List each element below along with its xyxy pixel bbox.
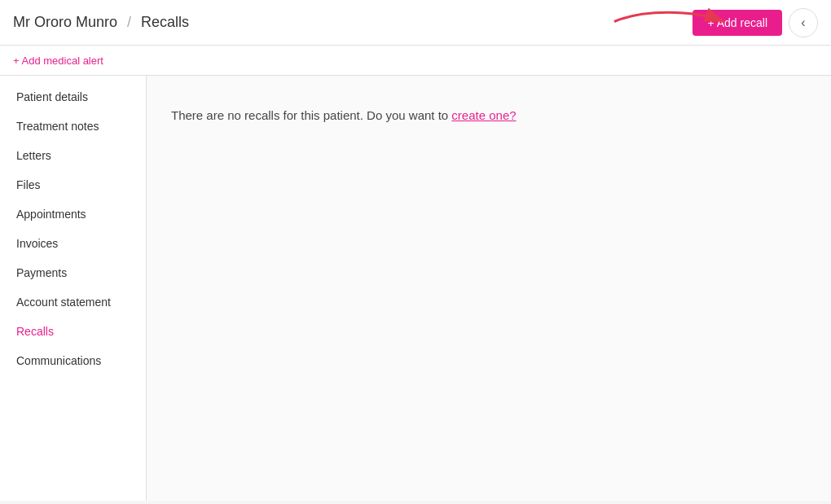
sidebar-item-recalls[interactable]: Recalls bbox=[0, 317, 146, 346]
sidebar-item-payments[interactable]: Payments bbox=[0, 258, 146, 287]
breadcrumb: Mr Ororo Munro / Recalls bbox=[13, 14, 189, 31]
add-recall-button[interactable]: + Add recall bbox=[692, 10, 782, 36]
sidebar-item-files[interactable]: Files bbox=[0, 170, 146, 199]
patient-name: Mr Ororo Munro bbox=[13, 14, 117, 31]
sidebar-item-account-statement[interactable]: Account statement bbox=[0, 287, 146, 317]
create-one-link[interactable]: create one? bbox=[451, 108, 516, 122]
sidebar-item-treatment-notes[interactable]: Treatment notes bbox=[0, 112, 146, 141]
page-title: Recalls bbox=[141, 14, 189, 31]
main-content: There are no recalls for this patient. D… bbox=[147, 76, 831, 501]
sidebar-item-invoices[interactable]: Invoices bbox=[0, 229, 146, 258]
sidebar: Patient detailsTreatment notesLettersFil… bbox=[0, 76, 147, 501]
back-button[interactable]: ‹ bbox=[789, 8, 818, 37]
main-layout: Patient detailsTreatment notesLettersFil… bbox=[0, 76, 831, 501]
breadcrumb-separator: / bbox=[127, 14, 131, 31]
header-actions: + Add recall ‹ bbox=[692, 8, 818, 37]
header: Mr Ororo Munro / Recalls + Add recall ‹ bbox=[0, 0, 831, 46]
chevron-left-icon: ‹ bbox=[801, 15, 805, 30]
sidebar-item-patient-details[interactable]: Patient details bbox=[0, 82, 146, 112]
medical-alert-bar: + Add medical alert bbox=[0, 46, 831, 76]
sidebar-item-communications[interactable]: Communications bbox=[0, 346, 146, 375]
no-recalls-message: There are no recalls for this patient. D… bbox=[171, 108, 807, 122]
add-medical-alert-link[interactable]: + Add medical alert bbox=[13, 55, 103, 67]
no-recalls-text: There are no recalls for this patient. D… bbox=[171, 108, 448, 122]
sidebar-item-appointments[interactable]: Appointments bbox=[0, 199, 146, 229]
sidebar-item-letters[interactable]: Letters bbox=[0, 141, 146, 170]
